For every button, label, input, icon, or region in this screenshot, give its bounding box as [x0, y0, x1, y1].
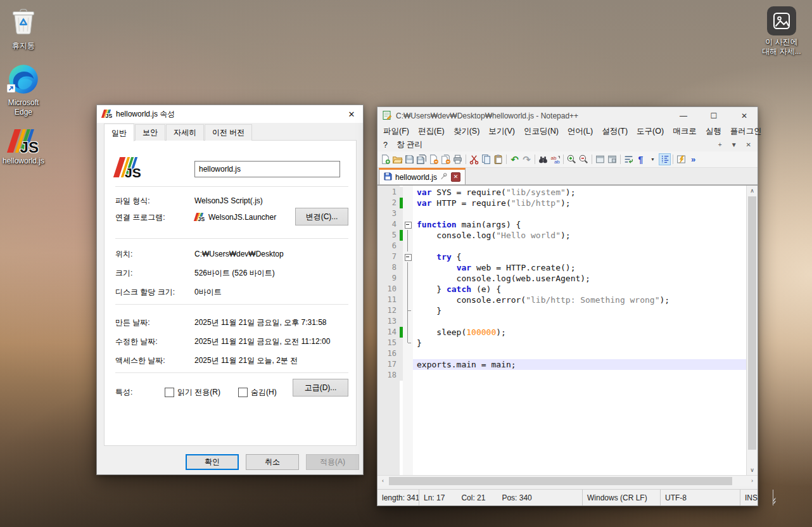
close-icon[interactable]	[428, 153, 440, 165]
menu-item-row2-2[interactable]: ?	[379, 139, 392, 151]
vertical-scrollbar-thumb[interactable]	[748, 196, 756, 450]
vertical-scrollbar[interactable]: ∧ ∨	[746, 186, 758, 475]
copy-icon[interactable]	[480, 153, 492, 165]
paste-icon[interactable]	[492, 153, 504, 165]
scroll-left-icon[interactable]: ‹	[377, 476, 388, 486]
code-text[interactable]: function main(args) {	[413, 219, 746, 230]
menu-item-7[interactable]: 설정(T)	[597, 125, 632, 138]
zoom-in-icon[interactable]	[566, 153, 578, 165]
menu-item-1[interactable]: 파일(F)	[379, 125, 414, 138]
line-number[interactable]: 5	[377, 230, 400, 241]
line-number[interactable]: 4	[377, 219, 400, 230]
line-number[interactable]: 18	[377, 370, 400, 381]
code-text[interactable]: console.error("lib/http: Something wrong…	[413, 295, 746, 305]
menu-item-6[interactable]: 언어(L)	[563, 125, 597, 138]
print-icon[interactable]	[452, 153, 464, 165]
checkbox-icon[interactable]	[238, 388, 248, 397]
docking-view-2-icon[interactable]	[606, 153, 618, 165]
line-number[interactable]: 3	[377, 208, 400, 219]
hidden-checkbox[interactable]: 숨김(H)	[238, 387, 277, 398]
word-wrap-icon[interactable]	[623, 153, 635, 165]
scroll-down-icon[interactable]: ∨	[747, 465, 758, 475]
line-number[interactable]: 13	[377, 316, 400, 327]
status-eol-format[interactable]: Windows (CR LF)	[583, 490, 661, 505]
close-icon[interactable]: ✕	[340, 105, 363, 123]
close-document-icon[interactable]: ✕	[746, 141, 751, 148]
tab-close-icon[interactable]: ✕	[451, 172, 460, 182]
cancel-button[interactable]: 취소	[246, 454, 299, 470]
menu-item-5[interactable]: 인코딩(N)	[519, 125, 563, 138]
redo-icon[interactable]: ↷	[521, 153, 533, 165]
code-text[interactable]: exports.main = main;	[413, 359, 746, 370]
open-file-icon[interactable]	[391, 153, 403, 165]
fold-margin[interactable]	[403, 219, 413, 230]
line-number[interactable]: 2	[377, 198, 400, 208]
code-text[interactable]: }	[413, 338, 746, 348]
tab-details[interactable]: 자세히	[166, 124, 204, 141]
new-tab-icon[interactable]: +	[718, 141, 722, 148]
cut-icon[interactable]	[468, 153, 480, 165]
line-number[interactable]: 10	[377, 284, 400, 295]
find-icon[interactable]	[537, 153, 549, 165]
horizontal-scrollbar-thumb[interactable]	[389, 477, 732, 485]
menu-item-2[interactable]: 편집(E)	[414, 125, 449, 138]
close-icon[interactable]: ✕	[731, 108, 758, 124]
scroll-right-icon[interactable]: ›	[747, 476, 758, 486]
menu-item-9[interactable]: 매크로	[668, 125, 701, 138]
tab-previous-versions[interactable]: 이전 버전	[205, 124, 252, 141]
code-text[interactable]: } catch (e) {	[413, 284, 746, 295]
document-monitor-icon[interactable]	[675, 153, 687, 165]
pin-icon[interactable]	[440, 172, 448, 182]
menu-item-11[interactable]: 플러그인	[726, 125, 766, 138]
menu-item-3[interactable]: 찾기(S)	[449, 125, 485, 138]
line-number[interactable]: 15	[377, 338, 400, 348]
code-text[interactable]: try {	[413, 251, 746, 262]
close-all-icon[interactable]	[440, 153, 452, 165]
code-text[interactable]: sleep(100000);	[413, 327, 746, 338]
code-text[interactable]	[413, 241, 746, 251]
tab-general[interactable]: 일반	[104, 124, 134, 141]
checkbox-icon[interactable]	[165, 388, 174, 397]
show-all-characters-icon[interactable]: ¶	[635, 153, 647, 165]
desktop-icon-spotlight[interactable]: 이 사진에대해 자세...	[752, 6, 811, 56]
undo-icon[interactable]: ↶	[509, 153, 521, 165]
line-number[interactable]: 17	[377, 359, 400, 370]
editor-area[interactable]: 1var SYS = require("lib/system");2var HT…	[377, 185, 758, 475]
line-number[interactable]: 16	[377, 348, 400, 359]
indent-guide-icon[interactable]	[659, 153, 671, 165]
new-file-icon[interactable]	[379, 153, 391, 165]
dialog-title-bar[interactable]: JS helloworld.js 속성 ✕	[97, 105, 363, 123]
horizontal-scrollbar[interactable]: ‹ ›	[377, 475, 758, 486]
save-all-icon[interactable]	[416, 153, 428, 165]
resize-grip[interactable]	[773, 490, 778, 505]
docking-view-1-icon[interactable]	[594, 153, 606, 165]
dropdown-arrow-icon[interactable]: ▼	[647, 153, 659, 165]
desktop-icon-recycle-bin[interactable]: 휴지통	[0, 5, 51, 51]
tab-security[interactable]: 보안	[135, 124, 165, 141]
ok-button[interactable]: 확인	[186, 454, 239, 470]
code-text[interactable]	[413, 348, 746, 359]
line-number[interactable]: 1	[377, 187, 400, 198]
menu-item-row2-1[interactable]: 창 관리	[392, 138, 427, 151]
advanced-button[interactable]: 고급(D)...	[293, 379, 348, 397]
code-text[interactable]	[413, 208, 746, 219]
desktop-icon-helloworld-js[interactable]: JS helloworld.js	[0, 128, 51, 166]
menu-item-10[interactable]: 실행	[701, 125, 726, 138]
desktop-icon-microsoft-edge[interactable]: MicrosoftEdge	[0, 63, 51, 117]
fold-collapse-icon[interactable]	[405, 254, 412, 261]
fold-margin[interactable]	[403, 251, 413, 262]
code-text[interactable]: var HTTP = require("lib/http");	[413, 198, 746, 208]
status-insert-mode[interactable]: INS	[740, 490, 773, 505]
filename-input[interactable]	[194, 161, 340, 177]
scroll-up-icon[interactable]: ∧	[747, 186, 758, 196]
line-number[interactable]: 14	[377, 327, 400, 338]
line-number[interactable]: 11	[377, 295, 400, 305]
code-text[interactable]: console.log("Hello world");	[413, 230, 746, 241]
menu-item-4[interactable]: 보기(V)	[484, 125, 519, 138]
replace-icon[interactable]: abab	[549, 153, 561, 165]
line-number[interactable]: 12	[377, 305, 400, 316]
code-text[interactable]: }	[413, 305, 746, 316]
code-text[interactable]: var web = HTTP.create();	[413, 262, 746, 273]
change-button[interactable]: 변경(C)...	[295, 208, 348, 225]
tab-list-dropdown-icon[interactable]: ▼	[731, 141, 737, 148]
